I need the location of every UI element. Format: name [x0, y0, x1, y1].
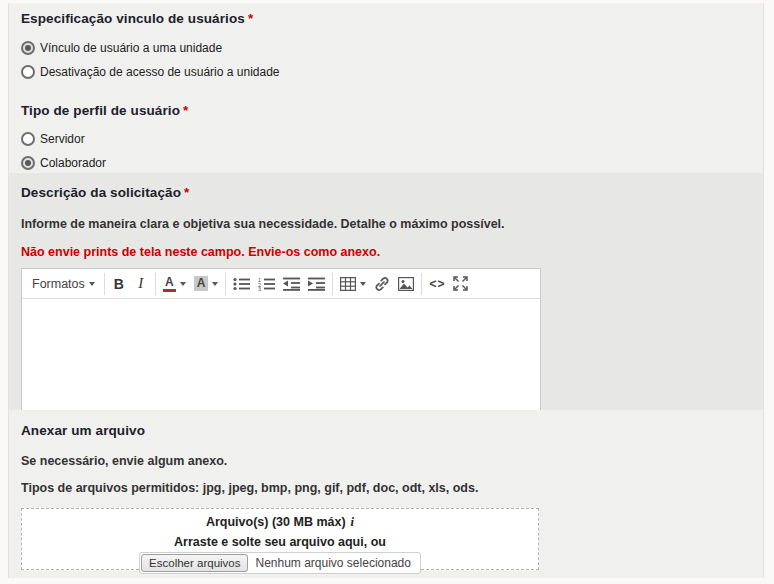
descricao-section-title: Descrição da solicitação* [21, 173, 751, 200]
descricao-warning: Não envie prints de tela neste campo. En… [21, 245, 751, 259]
outdent-icon [283, 277, 300, 291]
radio-label: Desativação de acesso de usuário a unida… [40, 65, 280, 79]
outdent-button[interactable] [279, 272, 304, 296]
bold-button[interactable]: B [108, 272, 130, 296]
editor-toolbar: Formatos B I A A [22, 269, 540, 299]
source-code-button[interactable]: <> [425, 272, 449, 296]
fullscreen-button[interactable] [449, 272, 472, 296]
text-color-letter: A [163, 276, 176, 288]
link-icon [374, 276, 390, 292]
text-color-button[interactable]: A [159, 272, 190, 296]
descricao-hint: Informe de maneira clara e objetiva sua … [21, 217, 751, 231]
perfil-title-text: Tipo de perfil de usuário [21, 103, 180, 118]
text-color-swatch [163, 289, 176, 292]
radio-label: Colaborador [40, 156, 106, 170]
rich-text-editor: Formatos B I A A [21, 268, 541, 414]
radio-row-desativacao[interactable]: Desativação de acesso de usuário a unida… [21, 64, 751, 80]
table-icon [340, 277, 356, 291]
upload-title: Arquivo(s) (30 MB máx)i [22, 515, 538, 530]
indent-icon [308, 277, 325, 291]
anexo-hint-1: Se necessário, envie algum anexo. [21, 454, 751, 468]
chevron-down-icon[interactable] [212, 282, 218, 286]
drag-drop-label: Arraste e solte seu arquivo aqui, ou [22, 535, 538, 549]
toolbar-divider [421, 273, 422, 295]
radio-row-servidor[interactable]: Servidor [21, 131, 751, 147]
chevron-down-icon[interactable] [180, 282, 186, 286]
anexo-hint-2: Tipos de arquivos permitidos: jpg, jpeg,… [21, 481, 751, 495]
toolbar-divider [155, 273, 156, 295]
formats-dropdown-label: Formatos [32, 277, 85, 291]
numbered-list-icon: 123 [258, 277, 275, 291]
radio-button-selected[interactable] [21, 41, 35, 55]
toolbar-divider [104, 273, 105, 295]
radio-label: Vínculo de usuário a uma unidade [40, 41, 222, 55]
indent-button[interactable] [304, 272, 329, 296]
radio-label: Servidor [40, 132, 85, 146]
section-descricao: Descrição da solicitação* Informe de man… [9, 173, 763, 410]
section-anexo: Anexar um arquivo Se necessário, envie a… [9, 410, 763, 578]
radio-button-selected[interactable] [21, 156, 35, 170]
radio-button[interactable] [21, 65, 35, 79]
insert-link-button[interactable] [370, 272, 394, 296]
vinculo-title-text: Especificação vinculo de usuários [21, 11, 245, 26]
toolbar-divider [332, 273, 333, 295]
no-file-selected-label: Nenhum arquivo selecionado [248, 556, 418, 570]
required-asterisk: * [184, 185, 189, 200]
chevron-down-icon[interactable] [360, 282, 366, 286]
radio-row-vinculo-unidade[interactable]: Vínculo de usuário a uma unidade [21, 40, 751, 56]
italic-button[interactable]: I [130, 272, 152, 296]
upload-title-text: Arquivo(s) (30 MB máx) [206, 515, 346, 529]
formats-dropdown[interactable]: Formatos [26, 272, 101, 296]
descricao-title-text: Descrição da solicitação [21, 185, 181, 200]
bullet-list-button[interactable] [229, 272, 254, 296]
anexo-section-title: Anexar um arquivo [21, 410, 751, 438]
required-asterisk: * [248, 11, 253, 26]
vinculo-section-title: Especificação vinculo de usuários* [21, 3, 751, 26]
chevron-down-icon [89, 282, 95, 286]
toolbar-divider [225, 273, 226, 295]
background-color-button[interactable]: A [190, 272, 223, 296]
perfil-section-title: Tipo de perfil de usuário* [21, 88, 751, 118]
text-color-icon: A [163, 276, 176, 292]
numbered-list-button[interactable]: 123 [254, 272, 279, 296]
choose-files-button[interactable]: Escolher arquivos [141, 554, 248, 572]
info-icon[interactable]: i [351, 515, 354, 529]
editor-content-area[interactable] [22, 299, 540, 413]
section-vinculo-perfil: Especificação vinculo de usuários* Víncu… [9, 3, 763, 173]
background-color-icon: A [194, 276, 209, 291]
svg-text:3: 3 [258, 286, 261, 291]
insert-image-button[interactable] [394, 272, 418, 296]
form-panel: Especificação vinculo de usuários* Víncu… [8, 3, 764, 578]
table-button[interactable] [336, 272, 370, 296]
file-drop-zone[interactable]: Arquivo(s) (30 MB máx)i Arraste e solte … [21, 508, 539, 570]
file-input[interactable]: Escolher arquivos Nenhum arquivo selecio… [139, 552, 421, 574]
bullet-list-icon [233, 277, 250, 291]
image-icon [398, 277, 414, 291]
radio-row-colaborador[interactable]: Colaborador [21, 155, 751, 171]
radio-button[interactable] [21, 132, 35, 146]
required-asterisk: * [183, 103, 188, 118]
fullscreen-icon [453, 276, 468, 291]
